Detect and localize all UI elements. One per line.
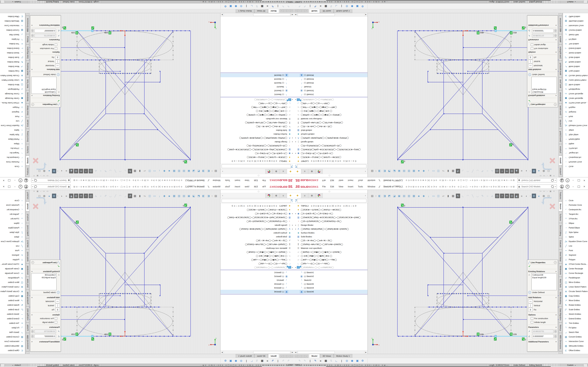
close-button[interactable]: ✕ bbox=[1, 184, 6, 189]
tree-item[interactable]: ▱ ◯·◎⊕◯Ж◉I◯∘◯I◉Ж◯⊕◎·◯ bbox=[221, 254, 294, 258]
sketch-tool-item[interactable]: ▪ Point bbox=[0, 248, 25, 253]
sketch-tool-item[interactable]: ○ Ellipse bbox=[0, 221, 25, 225]
sketch-tool-item[interactable]: ◝ Tangent Arc bbox=[0, 151, 25, 155]
tree-item-sketch[interactable]: └ (-) Sketch5 bbox=[294, 81, 367, 85]
sketch-tool-item[interactable]: ✂ Trim Entities bbox=[563, 42, 588, 46]
tree-item[interactable]: ✎ ◯25·∩Ж∘Am◯∘◯mA∘Ж∩·25◯ bbox=[294, 125, 367, 128]
minimize-button[interactable]: – bbox=[571, 178, 575, 183]
panel-expand-arrow[interactable]: › bbox=[221, 169, 225, 174]
add-relation-button[interactable]: — Horizontal bbox=[528, 299, 557, 303]
panel-handle-dot[interactable] bbox=[258, 175, 259, 176]
rollback-bar[interactable] bbox=[221, 270, 294, 270]
add-relation-button[interactable]: ⚓ Fix bbox=[31, 308, 60, 312]
section-additional-parameters[interactable]: Additional Parameters ∨ bbox=[528, 24, 557, 27]
relation-entry[interactable]: Equal length109 bbox=[532, 276, 556, 279]
panel-handle-dot[interactable] bbox=[329, 175, 330, 176]
document-tab[interactable]: Model bbox=[309, 9, 320, 13]
command-tab[interactable]: Surfaces bbox=[26, 212, 29, 223]
sketch-tool-item[interactable]: ⊢ Extend Entities bbox=[0, 46, 25, 51]
sketch-tool-item[interactable]: ▧ Convert Entities bbox=[563, 28, 588, 33]
tab-configuration-manager[interactable]: ⊕ bbox=[272, 193, 280, 198]
command-tab[interactable]: Direct Editing bbox=[559, 223, 562, 238]
menu-item[interactable]: View bbox=[245, 185, 249, 188]
menu-item[interactable]: Tools bbox=[225, 179, 230, 182]
angle-spinner[interactable]: ▲▼ bbox=[554, 334, 557, 338]
sketch-tool-item[interactable]: ✂ Trim Entities bbox=[0, 321, 25, 325]
tree-item-sketch[interactable]: └ Sketch3 bbox=[294, 85, 367, 89]
command-tab[interactable]: Markup bbox=[559, 34, 562, 44]
tree-horizontal-scrollbar[interactable]: ◀ ▶ bbox=[221, 13, 294, 17]
tab-scroll-icon[interactable]: › bbox=[301, 355, 305, 358]
menu-item[interactable]: File bbox=[322, 185, 326, 188]
ink-tool-icon[interactable]: | bbox=[276, 359, 280, 363]
section-additional-parameters[interactable]: Additional Parameters ∨ bbox=[31, 340, 60, 343]
sketch-tool-item[interactable]: ◔ Partial Ellipse bbox=[0, 225, 25, 230]
sketch-tool-item[interactable]: ⊞ Linear Sketch Pattern bbox=[563, 284, 588, 289]
scroll-left-icon[interactable]: ◀ bbox=[291, 13, 294, 16]
menu-item[interactable]: Window bbox=[213, 179, 221, 182]
expand-arrow-icon[interactable]: ▸ bbox=[295, 267, 297, 268]
sketch-tool-item[interactable]: ◠ 3 Point Arc bbox=[0, 216, 25, 221]
menu-item[interactable]: Edit bbox=[330, 185, 334, 188]
sketch-tool-item[interactable]: ▤ Silhouette Entities bbox=[0, 344, 25, 348]
tree-item[interactable]: ✎ ◯25·∩Ж∘Am◯∘◯mA∘Ж∩·25◯ bbox=[294, 239, 367, 242]
command-tab[interactable]: Weldments bbox=[559, 90, 562, 103]
sketch-tool-item[interactable]: ▱ Parallelogram bbox=[563, 275, 588, 280]
ink-tool-icon[interactable]: ▦ bbox=[260, 4, 264, 8]
tree-item[interactable]: ▱ ◯⊕ИN◎∘+◯Ж◉I◯∘◯I◉Ж◯+∘◎NИ⊕◯ bbox=[221, 250, 294, 254]
sketch-tool-item[interactable]: ▱ Parallelogram bbox=[0, 275, 25, 280]
command-tab[interactable]: Sketch bbox=[26, 156, 29, 165]
scroll-left-icon[interactable]: ◀ bbox=[294, 13, 297, 16]
sketch-tool-item[interactable]: ◇ Polygon bbox=[0, 257, 25, 262]
tree-item[interactable]: ❖ TЯPDL2. ⊙ Э ⊙ Ш ⊙ ⊙ ⊙ ⊕ ⊙ ƆC ⊙ Э ⊙ · ⊙… bbox=[221, 204, 294, 208]
angle-input[interactable]: 0.00000000° bbox=[35, 29, 56, 33]
account-button[interactable] bbox=[560, 178, 564, 183]
ink-tool-icon[interactable]: ≡ bbox=[265, 4, 269, 8]
sketch-tool-item[interactable]: ✂ Trim Entities bbox=[0, 42, 25, 46]
sketch-tool-item[interactable]: ▦ Copy Entities bbox=[563, 69, 588, 73]
length-input[interactable]: 10.88152731 bbox=[35, 329, 56, 333]
tree-item[interactable]: ▸ A ◯25ИN◎∘⊕A⊕◎ИNA◯∘◯ANИ◎⊕A⊕∘◎NИ25◯ bbox=[294, 136, 367, 140]
option-checkbox-row[interactable]: For construction bbox=[31, 317, 60, 320]
expand-arrow-icon[interactable]: ▸ bbox=[291, 213, 293, 214]
sketch-tool-item[interactable]: ◇ Polygon bbox=[563, 257, 588, 262]
command-tab[interactable]: Features bbox=[26, 190, 29, 201]
tree-item[interactable]: ✎ ◯25·∩Ж∘Am◯∘◯mA∘Ж∩·25◯ bbox=[221, 239, 294, 242]
checkbox[interactable] bbox=[531, 317, 533, 320]
tab-display-manager[interactable] bbox=[316, 169, 323, 174]
angle-spinner[interactable]: ▲▼ bbox=[31, 29, 34, 33]
command-tab[interactable]: Features bbox=[26, 166, 29, 177]
sketch-tool-item[interactable]: ▪ Point bbox=[0, 114, 25, 119]
collapse-icon[interactable]: ∧ bbox=[555, 95, 557, 96]
length-spinner[interactable]: ▲▼ bbox=[31, 330, 34, 333]
panel-help-icon[interactable]: ? bbox=[554, 261, 557, 264]
tag-icon[interactable] bbox=[0, 364, 5, 367]
restore-button[interactable] bbox=[7, 178, 12, 183]
tree-item-sketch[interactable]: ▦ (-) Sketch2 bbox=[294, 274, 367, 278]
sketch-tool-item[interactable]: ◔ Partial Ellipse bbox=[563, 137, 588, 142]
panel-help-icon[interactable]: ? bbox=[554, 103, 557, 106]
tree-item[interactable]: ▥ ◯25⊕3Є25◯ИN◎∘⊕ƆC3ЄU3Є25◯∘◯253ЄU3ЄƆC⊕∘◎… bbox=[294, 148, 367, 151]
tree-item[interactable]: ∟ ◯ИN∘°∘∘◎◯∘◯◎∘∘°∘NИ◯ bbox=[294, 262, 367, 266]
menu-item[interactable]: File bbox=[262, 179, 266, 182]
tree-item[interactable]: ▱ ◯⊕ИN◎∘+◯Ж◉I◯∘◯I◉Ж◯+∘◎NИ⊕◯ bbox=[294, 250, 367, 254]
ink-tool-icon[interactable]: ▣ bbox=[229, 4, 233, 8]
angle-spinner[interactable]: ▲▼ bbox=[31, 334, 34, 338]
sketch-tool-item[interactable]: ◔ Partial Ellipse bbox=[0, 137, 25, 142]
scrollbar-thumb[interactable] bbox=[253, 13, 290, 16]
command-tab[interactable]: Sketch bbox=[559, 156, 562, 165]
sketch-tool-item[interactable]: ◝ Tangent Arc bbox=[563, 151, 588, 155]
accept-button[interactable]: ✔ bbox=[528, 99, 557, 102]
menu-item[interactable]: View bbox=[245, 179, 249, 182]
tree-splitter[interactable] bbox=[221, 294, 294, 294]
tab-display-manager[interactable] bbox=[265, 193, 272, 198]
sketch-tool-item[interactable]: ↗ Move Entities bbox=[0, 298, 25, 303]
command-tab[interactable]: Sheet Metal bbox=[559, 250, 562, 263]
document-tab[interactable]: Motion Study 1 bbox=[334, 354, 353, 358]
sketch-tool-item[interactable]: ◜ Centerpoint Arc bbox=[563, 155, 588, 160]
panel-expand-arrow[interactable]: › bbox=[363, 169, 367, 174]
sketch-tool-item[interactable]: ▣ Center Rectangle bbox=[563, 266, 588, 271]
ink-tool-icon[interactable]: ⚙ bbox=[361, 359, 365, 363]
document-tab[interactable]: 3D Views bbox=[254, 354, 268, 358]
search-dropdown-icon[interactable]: ▾ bbox=[554, 186, 556, 188]
